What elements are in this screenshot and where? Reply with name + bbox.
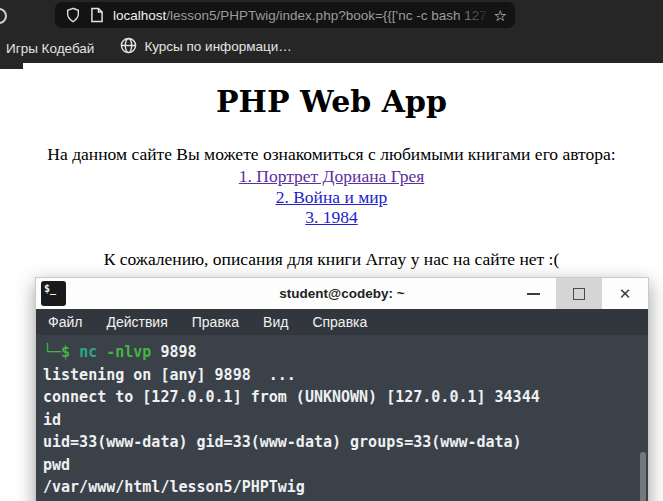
terminal-line: pwd bbox=[43, 454, 638, 477]
menu-item-help[interactable]: Справка bbox=[312, 314, 367, 330]
menu-item-file[interactable]: Файл bbox=[48, 314, 82, 330]
partial-toolbar-icon[interactable] bbox=[0, 8, 7, 24]
terminal-prompt-line: └─$ nc -nlvp 9898 bbox=[43, 341, 638, 364]
minimize-button[interactable] bbox=[510, 278, 556, 309]
terminal-menubar: Файл Действия Правка Вид Справка bbox=[36, 309, 648, 335]
no-description-note: К сожалению, описания для книги Array у … bbox=[0, 249, 663, 270]
terminal-scrollbar[interactable] bbox=[640, 452, 646, 501]
prompt-command: nc bbox=[79, 343, 106, 361]
book-link-1[interactable]: 1. Портрет Дориана Грея bbox=[0, 166, 663, 187]
url-fade bbox=[457, 2, 491, 28]
web-page: PHP Web App На данном сайте Вы можете оз… bbox=[0, 63, 663, 501]
terminal-line: listening on [any] 9898 ... bbox=[43, 364, 638, 387]
url-host: localhost bbox=[113, 8, 166, 23]
bookmark-item-games[interactable]: Игры Кодебай bbox=[6, 41, 94, 56]
close-button[interactable]: ✕ bbox=[602, 278, 648, 309]
bookmark-label: Курсы по информаци… bbox=[144, 39, 291, 54]
bookmarks-bar: Игры Кодебай Курсы по информаци… bbox=[0, 30, 663, 63]
menu-item-edit[interactable]: Правка bbox=[192, 314, 239, 330]
prompt-port: 9898 bbox=[160, 343, 196, 361]
book-link-2[interactable]: 2. Война и мир bbox=[0, 187, 663, 208]
url-text[interactable]: localhost/lesson5/PHPTwig/index.php?book… bbox=[113, 8, 490, 23]
minimize-icon bbox=[527, 293, 540, 295]
page-title: PHP Web App bbox=[0, 84, 663, 120]
bookmark-label: Игры Кодебай bbox=[6, 41, 94, 56]
window-controls: ✕ bbox=[510, 278, 648, 309]
globe-icon bbox=[120, 37, 137, 57]
bookmark-item-courses[interactable]: Курсы по информаци… bbox=[120, 37, 291, 57]
browser-chrome: localhost/lesson5/PHPTwig/index.php?book… bbox=[0, 0, 663, 63]
menu-item-actions[interactable]: Действия bbox=[106, 314, 167, 330]
prompt-flags: -nlvp bbox=[106, 343, 160, 361]
page-info-icon[interactable] bbox=[90, 7, 104, 23]
maximize-icon bbox=[573, 288, 585, 300]
shield-icon[interactable] bbox=[65, 7, 81, 23]
terminal-line: connect to [127.0.0.1] from (UNKNOWN) [1… bbox=[43, 386, 638, 409]
terminal-line: uid=33(www-data) gid=33(www-data) groups… bbox=[43, 431, 638, 454]
terminal-titlebar[interactable]: $_ student@codeby: ~ ✕ bbox=[36, 278, 648, 309]
terminal-window: $_ student@codeby: ~ ✕ Файл Действия Пра… bbox=[35, 277, 649, 501]
maximize-button[interactable] bbox=[556, 278, 602, 309]
bookmark-star-icon[interactable]: ☆ bbox=[494, 8, 507, 23]
book-link-3[interactable]: 3. 1984 bbox=[0, 207, 663, 228]
terminal-line: /var/www/html/lesson5/PHPTwig bbox=[43, 476, 638, 499]
url-path: /lesson5/PHPTwig/index.php?book={{['nc -… bbox=[166, 8, 489, 23]
chrome-notch bbox=[0, 63, 23, 69]
prompt-symbol: └─$ bbox=[43, 343, 79, 361]
terminal-line: id bbox=[43, 409, 638, 432]
url-bar[interactable]: localhost/lesson5/PHPTwig/index.php?book… bbox=[55, 2, 515, 28]
menu-item-view[interactable]: Вид bbox=[263, 314, 288, 330]
book-links: 1. Портрет Дориана Грея 2. Война и мир 3… bbox=[0, 166, 663, 228]
terminal-output[interactable]: └─$ nc -nlvp 9898 listening on [any] 989… bbox=[36, 335, 648, 501]
terminal-app-icon: $_ bbox=[41, 281, 66, 306]
browser-toolbar: localhost/lesson5/PHPTwig/index.php?book… bbox=[0, 0, 663, 30]
intro-text: На данном сайте Вы можете ознакомиться с… bbox=[0, 144, 663, 165]
